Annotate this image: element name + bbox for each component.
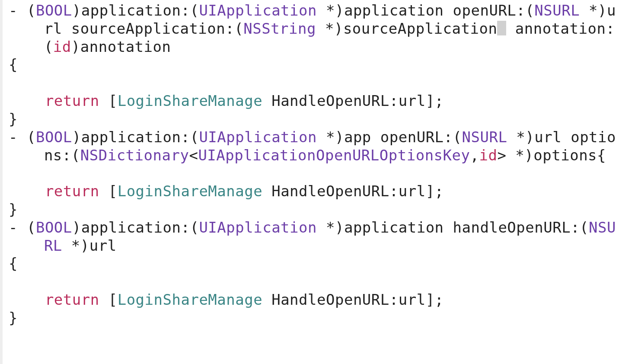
code-token: *)application handleOpenURL:( [317, 219, 589, 236]
code-token: - ( [9, 219, 36, 236]
code-token: HandleOpenURL:url]; [262, 291, 444, 308]
code-token [9, 164, 45, 182]
code-token: } [9, 110, 18, 128]
code-token: [ [99, 92, 118, 109]
code-line: - (BOOL)application:(UIApplication *)app… [9, 128, 619, 165]
code-token: UIApplication [199, 219, 317, 236]
code-token: NSString [243, 20, 316, 37]
code-token: LoginShareManage [118, 182, 263, 200]
code-token: )annotation [71, 38, 171, 55]
code-token: < [189, 147, 198, 164]
code-token: NSDictionary [80, 147, 189, 164]
code-token: BOOL [36, 2, 72, 19]
code-line [9, 74, 619, 92]
code-token: *)app openURL:( [317, 128, 462, 146]
code-line: } [9, 309, 619, 327]
code-line: { [9, 255, 619, 273]
code-line: } [9, 201, 619, 219]
code-token: NSURL [462, 128, 507, 146]
code-line: { [9, 56, 619, 74]
code-editor-content[interactable]: - (BOOL)application:(UIApplication *)app… [0, 0, 619, 327]
code-token: BOOL [36, 219, 72, 236]
code-token: id [53, 38, 71, 55]
code-token: [ [99, 182, 118, 200]
code-token [9, 74, 45, 91]
code-token: } [9, 201, 18, 218]
code-token: *)url [62, 237, 117, 254]
code-token: *)application openURL:( [317, 2, 534, 19]
code-line: return [LoginShareManage HandleOpenURL:u… [9, 182, 619, 201]
code-token: - ( [9, 2, 36, 19]
code-token: *)sourceApplication [316, 20, 497, 37]
code-token: id [479, 147, 497, 164]
code-token: UIApplication [199, 128, 317, 146]
code-token: )application:( [72, 128, 199, 146]
code-line: return [LoginShareManage HandleOpenURL:u… [9, 291, 619, 309]
code-token: return [45, 291, 99, 308]
code-line: } [9, 110, 619, 128]
code-token: [ [99, 291, 118, 308]
code-token [9, 182, 45, 200]
code-token: { [9, 56, 18, 73]
code-token: HandleOpenURL:url]; [262, 92, 444, 109]
code-line [9, 273, 619, 291]
code-line: return [LoginShareManage HandleOpenURL:u… [9, 92, 619, 110]
code-token: , [470, 147, 479, 164]
code-token: )application:( [72, 2, 199, 19]
code-token: UIApplication [199, 2, 317, 19]
code-token: LoginShareManage [118, 92, 263, 109]
code-token: - ( [9, 128, 36, 146]
code-token: BOOL [36, 128, 72, 146]
code-line [9, 164, 619, 182]
code-line: - (BOOL)application:(UIApplication *)app… [9, 219, 619, 255]
code-token [9, 273, 45, 290]
code-token [9, 92, 45, 109]
code-token: { [9, 255, 18, 272]
code-token: UIApplicationOpenURLOptionsKey [198, 147, 470, 164]
code-token: > *)options{ [497, 147, 606, 164]
code-token: LoginShareManage [118, 291, 263, 308]
code-token: )application:( [72, 219, 199, 236]
editor-gutter [0, 0, 3, 364]
code-token: return [45, 92, 99, 109]
code-line: - (BOOL)application:(UIApplication *)app… [9, 2, 619, 56]
code-token: HandleOpenURL:url]; [262, 182, 444, 200]
text-cursor [497, 21, 506, 35]
code-token [9, 291, 45, 308]
code-token: return [45, 182, 99, 200]
code-token: } [9, 309, 18, 326]
code-token: NSURL [534, 2, 580, 19]
